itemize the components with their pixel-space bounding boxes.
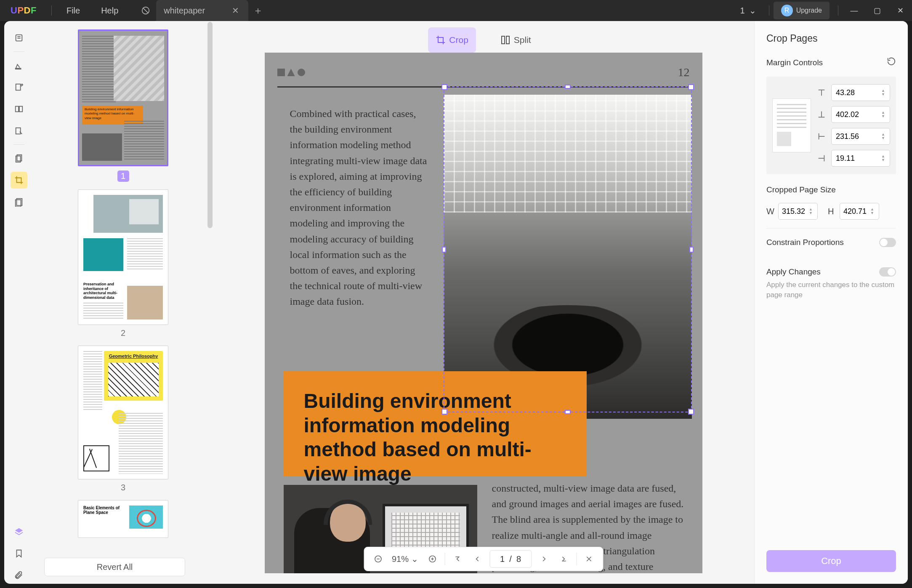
- cropped-size-label: Cropped Page Size: [766, 185, 896, 194]
- home-tab-icon[interactable]: [135, 0, 156, 21]
- crop-handle-rm[interactable]: [689, 247, 694, 253]
- separator: [13, 51, 24, 52]
- margin-bottom-input[interactable]: 402.02▲▼: [831, 106, 890, 123]
- page-input[interactable]: 1 / 8: [489, 550, 532, 568]
- tab-strip: whitepaper ✕ ＋: [135, 0, 267, 21]
- layers-icon[interactable]: [11, 523, 27, 540]
- svg-rect-8: [19, 106, 22, 112]
- split-label: Split: [514, 35, 531, 45]
- attachment-icon[interactable]: [11, 567, 27, 584]
- page-scope-value: 1: [740, 6, 745, 16]
- comment-tool-icon[interactable]: [11, 57, 27, 74]
- upgrade-button[interactable]: R Upgrade: [774, 2, 830, 19]
- prev-page-button[interactable]: [468, 550, 485, 568]
- margin-top-input[interactable]: 43.28▲▼: [831, 84, 890, 101]
- menu-file[interactable]: File: [56, 6, 90, 16]
- svg-rect-14: [502, 36, 505, 44]
- thumbnail-3[interactable]: Geometric Philosophy 3: [78, 346, 168, 492]
- page-tool-icon[interactable]: [11, 150, 27, 167]
- width-input[interactable]: 315.32▲▼: [778, 203, 818, 220]
- height-input[interactable]: 420.71▲▼: [840, 203, 879, 220]
- panel-title: Crop Pages: [766, 33, 896, 44]
- page-number: 12: [678, 66, 690, 79]
- crop-handle-tl[interactable]: [441, 84, 447, 90]
- crop-label: Crop: [449, 35, 468, 45]
- window-minimize[interactable]: —: [843, 0, 866, 21]
- zoom-value[interactable]: 91%⌄: [388, 554, 422, 564]
- avatar: R: [781, 5, 793, 16]
- thumbnail-scrollbar[interactable]: [207, 22, 213, 228]
- organize-tool-icon[interactable]: [11, 101, 27, 117]
- zoom-in-button[interactable]: [423, 550, 441, 568]
- thumbnail-number: 3: [78, 483, 168, 492]
- fill-sign-tool-icon[interactable]: [11, 122, 27, 139]
- apply-toggle[interactable]: [879, 267, 896, 277]
- last-page-button[interactable]: [555, 550, 573, 568]
- thumbnail-preview: Basic Elements of Plane Space: [78, 500, 168, 538]
- page-canvas[interactable]: 12 Combined with practical cases, the bu…: [265, 53, 702, 573]
- next-page-button[interactable]: [536, 550, 553, 568]
- thumbnail-rail: Building environment information modelin…: [34, 21, 213, 584]
- document-tab[interactable]: whitepaper ✕: [156, 0, 248, 21]
- thumbnail-2[interactable]: Preservation and inheritance of architec…: [78, 189, 168, 338]
- crop-handle-br[interactable]: [688, 409, 694, 415]
- margin-preview: [772, 98, 811, 152]
- thumbnail-preview: Building environment information modelin…: [78, 29, 168, 166]
- workspace: Building environment information modelin…: [4, 21, 908, 584]
- crop-handle-tm[interactable]: [565, 85, 571, 89]
- separator: [13, 144, 24, 145]
- thumbnail-4[interactable]: Basic Elements of Plane Space: [78, 500, 168, 538]
- constrain-label: Constrain Proportions: [766, 238, 844, 247]
- divider: [51, 5, 52, 16]
- crop-handle-bl[interactable]: [441, 409, 447, 415]
- page-decor-shapes: [277, 69, 305, 76]
- crop-mode-button[interactable]: Crop: [428, 27, 476, 53]
- svg-rect-15: [506, 36, 509, 44]
- crop-button[interactable]: Crop: [766, 550, 896, 572]
- margin-box: 43.28▲▼ 402.02▲▼ 231.56▲▼ 19.11▲▼: [766, 77, 896, 174]
- width-label: W: [766, 207, 774, 216]
- crop-selection[interactable]: [444, 86, 692, 412]
- bookmark-icon[interactable]: [11, 545, 27, 562]
- thumbnail-1[interactable]: Building environment information modelin…: [78, 29, 168, 182]
- edit-tool-icon[interactable]: [11, 79, 27, 96]
- crop-tool-icon[interactable]: [11, 172, 27, 189]
- left-tool-rail: [4, 21, 34, 584]
- reader-tool-icon[interactable]: [11, 29, 27, 46]
- revert-all-button[interactable]: Revert All: [44, 558, 185, 576]
- menu-help[interactable]: Help: [90, 6, 129, 16]
- height-label: H: [828, 207, 835, 216]
- new-tab-button[interactable]: ＋: [248, 0, 267, 21]
- window-close[interactable]: ✕: [889, 0, 912, 21]
- margin-left-input[interactable]: 231.56▲▼: [831, 128, 890, 145]
- reset-margins-icon[interactable]: [887, 57, 896, 68]
- page-scope-dropdown[interactable]: 1 ⌄: [732, 5, 765, 16]
- thumbnail-preview: Geometric Philosophy: [78, 346, 168, 479]
- thumbnail-number: 1: [117, 170, 129, 182]
- split-mode-button[interactable]: Split: [493, 27, 539, 53]
- chevron-down-icon: ⌄: [411, 554, 418, 564]
- apply-help-text: Apply the current changes to the custom …: [766, 280, 896, 300]
- window-maximize[interactable]: ▢: [866, 0, 889, 21]
- tab-close-icon[interactable]: ✕: [230, 4, 241, 17]
- apply-label: Apply Changes: [766, 267, 821, 277]
- margin-right-input[interactable]: 19.11▲▼: [831, 150, 890, 167]
- margin-controls-label: Margin Controls: [766, 58, 823, 67]
- crop-toolbar: Crop Split: [428, 27, 538, 53]
- upgrade-label: Upgrade: [796, 7, 822, 14]
- first-page-button[interactable]: [448, 550, 466, 568]
- thumbnail-number: 2: [78, 328, 168, 338]
- close-toolbar-button[interactable]: [580, 550, 598, 568]
- constrain-toggle[interactable]: [879, 238, 896, 247]
- svg-rect-9: [16, 128, 21, 134]
- redact-tool-icon[interactable]: [11, 194, 27, 210]
- crop-panel: Crop Pages Margin Controls 43.28▲▼ 402.0…: [754, 21, 908, 584]
- viewer-bottom-bar: 91%⌄ 1 / 8: [364, 547, 603, 571]
- crop-handle-tr[interactable]: [688, 84, 694, 90]
- titlebar: UPDF File Help whitepaper ✕ ＋ 1 ⌄ R Upgr…: [0, 0, 912, 21]
- page-viewer: Crop Split 12 Combined with practical ca…: [213, 21, 754, 584]
- crop-handle-bm[interactable]: [565, 410, 571, 414]
- app-logo: UPDF: [0, 5, 47, 16]
- crop-handle-lm[interactable]: [442, 247, 446, 253]
- zoom-out-button[interactable]: [369, 550, 387, 568]
